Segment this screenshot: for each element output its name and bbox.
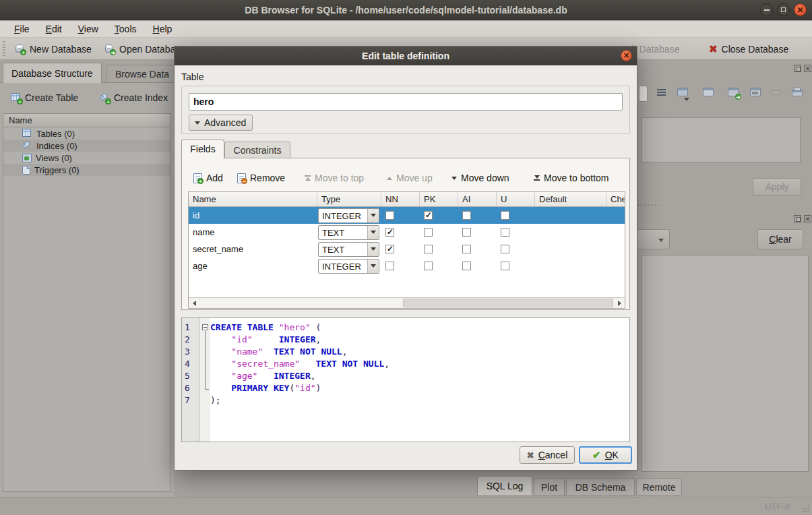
dock-float-icon[interactable] [794,215,801,222]
tree-item-tables[interactable]: Tables (0) [3,127,170,140]
log-filter-combo[interactable] [633,229,670,249]
column-header-ai[interactable]: AI [458,192,497,206]
u-checkbox[interactable] [501,228,509,237]
menu-tools[interactable]: Tools [107,22,144,36]
pk-checkbox[interactable] [424,228,433,237]
check-cell[interactable] [606,241,625,258]
execute-icon[interactable]: ➜ [728,88,740,100]
field-name-cell[interactable]: age [189,258,317,274]
window-titlebar[interactable]: DB Browser for SQLite - /home/user/code/… [0,0,812,20]
ai-checkbox[interactable] [462,245,471,253]
tab-remote[interactable]: Remote [636,478,682,496]
dock-close-icon[interactable]: ✕ [804,215,811,222]
column-header-check[interactable]: Check [606,192,625,206]
default-cell[interactable] [535,207,606,224]
field-name-cell[interactable]: id [189,207,317,224]
menu-help[interactable]: Help [146,22,180,36]
remove-field-button[interactable]: − Remove [237,170,285,186]
scroll-right-icon[interactable] [614,298,625,308]
check-cell[interactable] [606,258,625,274]
scroll-left-icon[interactable] [189,298,199,308]
ok-button[interactable]: ✔ OK [579,446,632,464]
close-window-button[interactable]: ✕ [794,3,807,16]
scrollbar-thumb[interactable] [403,299,613,307]
close-database-button[interactable]: ✖ Close Database [709,40,788,57]
default-cell[interactable] [535,224,606,241]
import-file-icon[interactable] [677,88,689,100]
print-icon[interactable] [792,88,804,100]
check-cell[interactable] [606,207,625,224]
field-row[interactable]: ageINTEGER [189,258,625,274]
menu-edit[interactable]: Edit [38,22,69,36]
dock-float-icon[interactable] [794,65,801,72]
u-checkbox[interactable] [501,262,509,270]
u-checkbox[interactable] [501,211,509,220]
advanced-button[interactable]: Advanced [189,115,253,131]
move-down-button[interactable]: Move down [451,170,509,186]
tree-item-triggers[interactable]: Triggers (0) [3,164,170,176]
tab-db-schema[interactable]: DB Schema [566,478,635,496]
add-field-button[interactable]: + Add [193,170,223,186]
cell-editor-area[interactable] [642,117,801,162]
check-cell[interactable] [606,224,625,241]
cancel-button[interactable]: ✖ Cancel [520,446,575,464]
toolbar-grip[interactable] [3,41,5,56]
tab-sql-log[interactable]: SQL Log [477,476,532,496]
save-file-icon[interactable] [703,88,715,100]
combo-arrow-icon[interactable] [367,209,379,222]
tree-item-views[interactable]: Views (0) [3,152,170,164]
pk-checkbox[interactable] [424,245,433,253]
default-cell[interactable] [535,258,606,274]
create-table-button[interactable]: + Create Table [11,89,78,107]
tree-header-name[interactable]: Name [3,114,170,127]
default-cell[interactable] [535,241,606,258]
link-icon[interactable] [750,88,762,100]
tab-fields[interactable]: Fields [181,140,224,158]
tab-database-structure[interactable]: Database Structure [3,63,102,83]
resize-grip[interactable] [801,504,810,513]
indent-icon[interactable] [655,88,667,100]
combo-arrow-icon[interactable] [367,260,379,273]
nn-checkbox[interactable] [385,262,394,270]
column-header-type[interactable]: Type [317,192,381,206]
create-index-button[interactable]: + Create Index [100,89,168,107]
type-combo[interactable]: INTEGER [318,259,379,274]
tab-plot[interactable]: Plot [534,478,565,496]
column-header-name[interactable]: Name [189,192,317,206]
pk-checkbox[interactable] [424,262,433,270]
ai-checkbox[interactable] [462,228,471,237]
menu-file[interactable]: File [7,22,37,36]
pk-checkbox[interactable] [424,211,433,220]
type-combo[interactable]: TEXT [318,225,379,240]
mode-combo-partial[interactable] [639,86,648,102]
tree-item-indices[interactable]: Indices (0) [3,140,170,152]
field-row[interactable]: nameTEXT [189,224,625,241]
u-checkbox[interactable] [501,245,509,253]
sql-log-area[interactable] [642,255,809,472]
ai-checkbox[interactable] [462,262,471,270]
field-name-cell[interactable]: secret_name [189,241,317,258]
column-header-nn[interactable]: NN [381,192,420,206]
type-combo[interactable]: INTEGER [318,208,379,223]
tab-constraints[interactable]: Constraints [224,142,290,158]
new-database-button[interactable]: + New Database [15,40,92,57]
field-row[interactable]: idINTEGER [189,207,625,224]
dialog-close-button[interactable]: ✕ [621,50,632,61]
menu-view[interactable]: View [71,22,106,36]
combo-arrow-icon[interactable] [367,243,379,256]
nn-checkbox[interactable] [385,211,394,220]
field-row[interactable]: secret_nameTEXT [189,241,625,258]
column-header-u[interactable]: U [497,192,535,206]
ai-checkbox[interactable] [462,211,471,220]
combo-arrow-icon[interactable] [367,226,379,239]
fold-collapse-icon[interactable] [202,324,208,330]
dock-close-icon[interactable]: ✕ [804,65,811,72]
sql-preview[interactable]: 1234567 CREATE TABLE "hero" ( "id" INTEG… [181,317,630,442]
dialog-titlebar[interactable]: Edit table definition ✕ [175,47,637,65]
column-header-default[interactable]: Default [535,192,606,206]
move-to-bottom-button[interactable]: Move to bottom [534,170,609,186]
column-header-pk[interactable]: PK [420,192,458,206]
nn-checkbox[interactable] [385,245,394,253]
field-name-cell[interactable]: name [189,224,317,241]
grid-horizontal-scrollbar[interactable] [189,297,625,308]
